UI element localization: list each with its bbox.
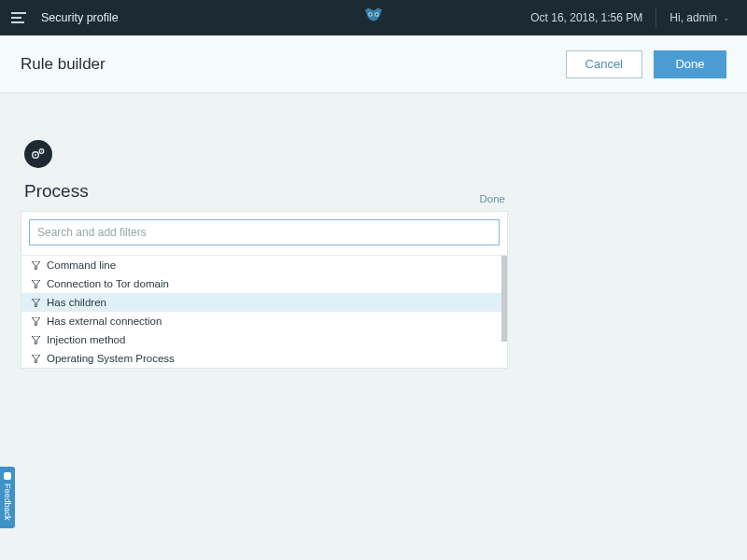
search-input[interactable] — [29, 219, 500, 245]
filter-option[interactable]: Connection to Tor domain — [21, 274, 507, 293]
topbar-right: Oct 16, 2018, 1:56 PM Hi, admin ⌄ — [530, 0, 747, 35]
filter-icon — [31, 298, 40, 307]
panel-done-link[interactable]: Done — [480, 193, 506, 204]
filter-option[interactable]: Has external connection — [21, 312, 507, 330]
user-greeting: Hi, admin — [669, 11, 717, 24]
filter-icon — [31, 279, 40, 288]
filter-option-label: Has external connection — [47, 315, 162, 327]
topbar-title: Security profile — [41, 11, 119, 24]
topbar: Security profile Oct 16, 2018, 1:56 PM H… — [0, 0, 747, 35]
section-title: Process — [24, 181, 726, 202]
svg-point-7 — [41, 150, 42, 151]
filter-option-label: Injection method — [47, 334, 125, 345]
timestamp: Oct 16, 2018, 1:56 PM — [530, 11, 655, 24]
owl-logo-icon — [363, 8, 384, 28]
header-buttons: Cancel Done — [566, 50, 726, 78]
done-button[interactable]: Done — [654, 50, 726, 78]
filter-option-label: Operating System Process — [47, 353, 175, 364]
filter-option-label: Has children — [47, 297, 106, 308]
svg-point-5 — [35, 154, 36, 156]
feedback-tab[interactable]: Feedback — [0, 467, 15, 528]
search-wrap — [21, 212, 507, 253]
filter-option-label: Connection to Tor domain — [47, 278, 169, 289]
process-gear-icon — [24, 140, 52, 168]
scrollbar-thumb[interactable] — [501, 256, 507, 342]
filter-icon — [31, 260, 40, 270]
filter-option[interactable]: Command line — [21, 256, 507, 274]
page-header: Rule builder Cancel Done — [0, 35, 747, 93]
feedback-label: Feedback — [3, 483, 12, 521]
filter-icon — [31, 354, 40, 363]
filter-panel: Done Command lineConnection to Tor domai… — [21, 211, 508, 369]
filter-option[interactable]: Operating System Process — [21, 349, 507, 368]
svg-point-2 — [370, 14, 372, 16]
menu-icon[interactable] — [11, 9, 28, 26]
cancel-button[interactable]: Cancel — [566, 50, 642, 78]
speech-bubble-icon — [4, 472, 11, 480]
filter-options: Command lineConnection to Tor domainHas … — [21, 256, 507, 368]
filter-icon — [31, 335, 40, 344]
filter-icon — [31, 316, 40, 326]
user-menu[interactable]: Hi, admin ⌄ — [656, 11, 747, 24]
filter-option-label: Command line — [47, 259, 116, 271]
svg-point-3 — [376, 14, 378, 16]
filter-option[interactable]: Has children — [21, 293, 507, 312]
canvas: Process Done Command lineConnection to T… — [0, 93, 747, 369]
page-title: Rule builder — [21, 55, 106, 74]
filter-option[interactable]: Injection method — [21, 330, 507, 349]
chevron-down-icon: ⌄ — [723, 13, 730, 22]
